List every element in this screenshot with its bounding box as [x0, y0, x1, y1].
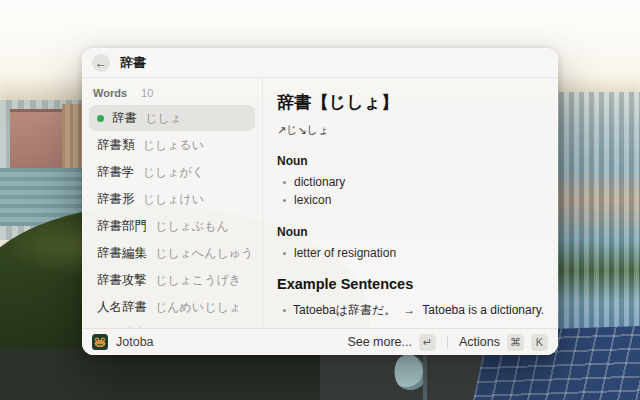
k-key-icon: K — [531, 334, 548, 351]
sense-item: dictionary — [277, 173, 542, 191]
word-list-item[interactable]: 辞書 じしょ — [89, 105, 255, 131]
cmd-key-icon: ⌘ — [507, 334, 524, 351]
word-list-item[interactable]: 辞書学 じしょがく — [89, 159, 255, 185]
section-label: Words — [93, 87, 127, 99]
word-kanji: 辞書類 — [97, 137, 135, 154]
word-list-item[interactable]: 辞書編集 じしょへんしゅう — [89, 240, 255, 266]
word-detail-pane: 辞書【じしょ】 ↗じ↘しょ Noun dictionary lexicon No… — [263, 78, 558, 328]
word-reading: じしょがく — [143, 164, 204, 181]
actions-button[interactable]: Actions — [459, 335, 500, 349]
bullet-icon — [283, 181, 286, 184]
example-sentence: Tatoebaは辞書だ。 → Tatoeba is a dictionary. — [277, 298, 542, 323]
word-reading: じしょ — [145, 110, 182, 127]
arrow-icon: → — [403, 303, 415, 317]
word-kanji: 辞書 — [112, 110, 137, 127]
word-list-section-header: Words 10 — [89, 83, 255, 105]
sense-text: lexicon — [294, 193, 331, 207]
word-kanji: 辞書学 — [97, 164, 135, 181]
footer-divider — [447, 336, 448, 349]
word-reading: じしょるい — [143, 137, 204, 154]
word-list-item[interactable]: 電子辞書 でんしじしょ — [89, 321, 255, 328]
examples-list: Tatoebaは辞書だ。 → Tatoeba is a dictionary. … — [277, 298, 542, 328]
word-kanji: 辞書攻撃 — [97, 272, 147, 289]
buildings-right — [554, 92, 640, 347]
word-list: Words 10 辞書 じしょ 辞書類 じしょるい 辞書学 じしょがく 辞書形 … — [82, 78, 263, 328]
word-list-item[interactable]: 辞書形 じしょけい — [89, 186, 255, 212]
word-kanji: 辞書形 — [97, 191, 135, 208]
launcher-window: ← 辞書 Words 10 辞書 じしょ 辞書類 じしょるい 辞書学 じしょがく — [82, 48, 558, 355]
bullet-icon — [283, 199, 286, 202]
back-button[interactable]: ← — [92, 54, 110, 72]
word-detail-title: 辞書【じしょ】 — [277, 91, 542, 114]
word-reading: じしょこうげき — [155, 272, 241, 289]
sense-text: dictionary — [294, 175, 345, 189]
examples-heading: Example Sentences — [277, 276, 542, 292]
enter-key-icon: ↵ — [419, 334, 436, 351]
sense-heading: Noun — [277, 225, 542, 239]
word-list-item[interactable]: 辞書部門 じしょぶもん — [89, 213, 255, 239]
selected-dot-icon — [97, 115, 104, 122]
app-chip: Jotoba — [92, 334, 154, 350]
window-header: ← 辞書 — [82, 48, 558, 78]
word-reading: じしょへんしゅう — [155, 245, 253, 262]
sense-list: dictionary lexicon — [277, 173, 542, 209]
word-reading: じしょぶもん — [155, 218, 229, 235]
sense-heading: Noun — [277, 154, 542, 168]
sense-item: letter of resignation — [277, 244, 542, 262]
bullet-icon — [283, 309, 286, 312]
word-list-item[interactable]: 辞書類 じしょるい — [89, 132, 255, 158]
word-list-item[interactable]: 辞書攻撃 じしょこうげき — [89, 267, 255, 293]
window-footer: Jotoba See more... ↵ Actions ⌘ K — [82, 328, 558, 355]
word-reading: じしょけい — [143, 191, 204, 208]
pitch-accent: ↗じ↘しょ — [277, 123, 542, 138]
jotoba-app-icon — [92, 334, 108, 350]
example-japanese: Tatoebaは辞書だ。 — [293, 302, 396, 319]
word-kanji: 辞書編集 — [97, 245, 147, 262]
window-body: Words 10 辞書 じしょ 辞書類 じしょるい 辞書学 じしょがく 辞書形 … — [82, 78, 558, 328]
sense-text: letter of resignation — [294, 246, 396, 260]
app-name: Jotoba — [116, 335, 154, 349]
word-kanji: 辞書部門 — [97, 218, 147, 235]
roof-pole — [423, 348, 427, 400]
bullet-icon — [283, 252, 286, 255]
word-reading: じんめいじしょ — [155, 299, 241, 316]
word-kanji: 人名辞書 — [97, 299, 147, 316]
example-english: Tatoeba is a dictionary. — [422, 303, 544, 317]
see-more-button[interactable]: See more... — [347, 335, 412, 349]
window-title: 辞書 — [120, 54, 146, 72]
section-count: 10 — [141, 87, 153, 99]
sense-item: lexicon — [277, 191, 542, 209]
word-list-item[interactable]: 人名辞書 じんめいじしょ — [89, 294, 255, 320]
sense-list: letter of resignation — [277, 244, 542, 262]
footer-actions: See more... ↵ Actions ⌘ K — [347, 334, 548, 351]
